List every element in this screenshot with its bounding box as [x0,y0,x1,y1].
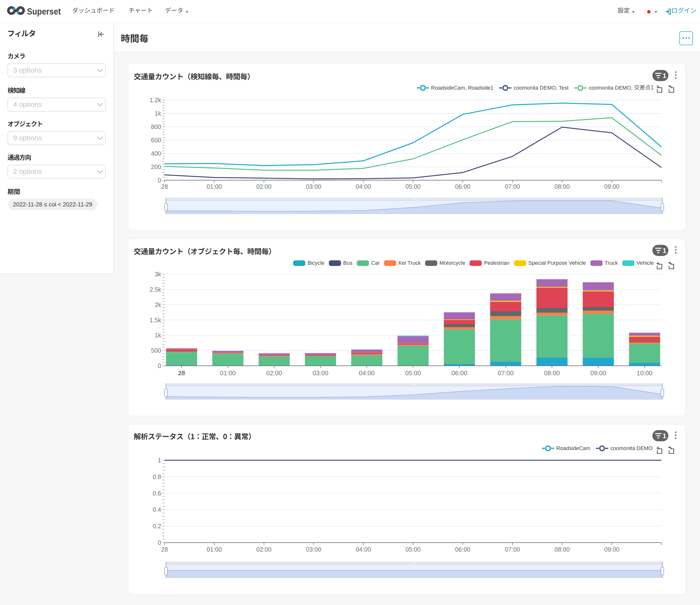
svg-text:05:00: 05:00 [405,546,421,553]
svg-text:06:00: 06:00 [455,546,470,553]
svg-text:0.2: 0.2 [153,523,161,529]
svg-text:0.6: 0.6 [153,490,161,497]
svg-text:07:00: 07:00 [505,546,520,553]
svg-text:1: 1 [158,457,161,464]
svg-text:01:00: 01:00 [207,546,222,553]
svg-text:28: 28 [161,546,168,553]
svg-text:09:00: 09:00 [604,546,620,553]
svg-text:04:00: 04:00 [356,546,371,553]
svg-text:08:00: 08:00 [554,546,570,553]
svg-text:03:00: 03:00 [306,546,321,553]
svg-text:0.4: 0.4 [153,506,161,513]
svg-text:0.8: 0.8 [153,473,161,480]
svg-text:02:00: 02:00 [256,546,272,553]
svg-text:0: 0 [158,539,161,546]
